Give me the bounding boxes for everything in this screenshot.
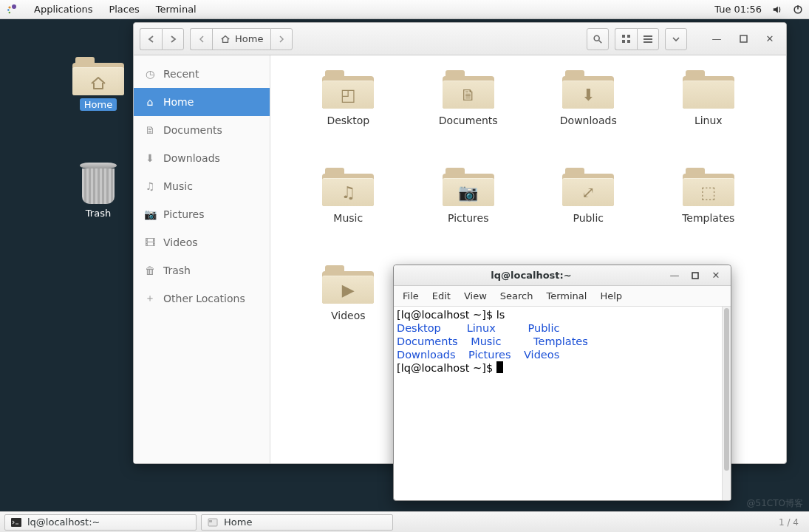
menu-file[interactable]: File: [403, 290, 419, 301]
task-label: Home: [224, 516, 252, 528]
path-bar: Home: [190, 28, 293, 50]
menu-edit[interactable]: Edit: [432, 290, 451, 301]
sidebar-item-trash[interactable]: 🗑Trash: [134, 256, 270, 284]
sidebar-item-music[interactable]: ♫Music: [134, 172, 270, 200]
view-grid-button[interactable]: [615, 28, 637, 50]
sidebar-item-other-locations[interactable]: ＋Other Locations: [134, 284, 270, 313]
document-icon: 🗎: [144, 124, 156, 136]
clock-icon: ◷: [144, 68, 156, 80]
menu-applications[interactable]: Applications: [34, 4, 92, 15]
svg-rect-5: [797, 5, 799, 9]
window-minimize-button[interactable]: —: [706, 29, 727, 50]
sidebar-item-downloads[interactable]: ⬇Downloads: [134, 144, 270, 172]
folder-linux[interactable]: Linux: [649, 69, 769, 166]
top-panel: Applications Places Terminal Tue 01:56: [0, 0, 809, 19]
template-icon: ⬚: [683, 183, 734, 202]
sidebar-item-pictures[interactable]: 📷Pictures: [134, 200, 270, 228]
download-icon: ⬇: [562, 86, 614, 104]
list-icon: [643, 34, 653, 44]
desktop-icon-label: Home: [80, 98, 117, 111]
grid-icon: [621, 34, 632, 44]
window-minimize-button[interactable]: —: [664, 265, 685, 286]
music-icon: ♫: [322, 183, 374, 202]
menu-terminal[interactable]: Terminal: [156, 4, 197, 15]
sidebar-item-label: Videos: [163, 236, 198, 248]
terminal-scrollbar[interactable]: [722, 307, 731, 500]
folder-label: Documents: [409, 115, 529, 126]
gnome-foot-icon: [6, 4, 18, 16]
task-button-terminal[interactable]: lq@localhost:~: [4, 514, 197, 531]
sidebar-item-label: Home: [163, 96, 194, 108]
desktop-icon-trash[interactable]: Trash: [65, 163, 132, 219]
plus-icon: ＋: [144, 292, 156, 305]
sidebar-item-label: Pictures: [163, 208, 204, 220]
sidebar-item-label: Recent: [163, 68, 199, 80]
places-sidebar: ◷Recent ⌂Home 🗎Documents ⬇Downloads ♫Mus…: [134, 55, 270, 463]
menu-search[interactable]: Search: [500, 290, 533, 301]
menu-places[interactable]: Places: [109, 4, 139, 15]
bottom-taskbar: lq@localhost:~ Home 1 / 4: [0, 511, 809, 532]
trash-icon: 🗑: [144, 265, 156, 276]
camera-icon: 📷: [443, 183, 494, 202]
hamburger-menu-button[interactable]: [665, 28, 687, 50]
folder-templates[interactable]: ⬚Templates: [649, 166, 769, 264]
watermark: @51CTO博客: [747, 497, 803, 510]
terminal-cursor: [496, 361, 503, 373]
path-next-button[interactable]: [270, 28, 293, 50]
scrollbar-thumb[interactable]: [724, 308, 729, 471]
svg-rect-13: [644, 41, 652, 43]
folder-music[interactable]: ♫Music: [288, 166, 409, 264]
terminal-titlebar[interactable]: lq@localhost:~ — ✕: [394, 265, 731, 286]
menu-terminal[interactable]: Terminal: [546, 290, 587, 301]
sidebar-item-recent[interactable]: ◷Recent: [134, 60, 270, 88]
music-icon: ♫: [144, 180, 156, 192]
terminal-icon: [11, 517, 21, 528]
folder-documents[interactable]: 🗎Documents: [409, 69, 529, 166]
sidebar-item-home[interactable]: ⌂Home: [134, 88, 270, 116]
document-icon: 🗎: [443, 86, 494, 104]
nav-forward-button[interactable]: [162, 28, 184, 50]
camera-icon: 📷: [144, 208, 156, 220]
path-segment-home[interactable]: Home: [212, 28, 270, 50]
terminal-title: lq@localhost:~: [398, 270, 664, 281]
task-label: lq@localhost:~: [27, 516, 100, 528]
desktop-icon-home[interactable]: Home: [65, 55, 132, 111]
power-icon[interactable]: [793, 4, 803, 15]
nav-back-button[interactable]: [140, 28, 162, 50]
menu-view[interactable]: View: [464, 290, 487, 301]
terminal-menubar: File Edit View Search Terminal Help: [394, 286, 731, 307]
svg-rect-12: [644, 38, 652, 40]
sidebar-item-label: Trash: [163, 265, 191, 276]
svg-rect-11: [644, 35, 652, 37]
window-close-button[interactable]: ✕: [759, 29, 780, 50]
folder-desktop[interactable]: ◰Desktop: [288, 69, 409, 166]
folder-label: Desktop: [288, 115, 409, 126]
volume-icon[interactable]: [772, 4, 782, 15]
window-maximize-button[interactable]: [733, 29, 754, 50]
folder-downloads[interactable]: ⬇Downloads: [528, 69, 649, 166]
folder-pictures[interactable]: 📷Pictures: [409, 166, 529, 264]
svg-rect-16: [11, 518, 21, 527]
folder-videos[interactable]: ▶Videos: [288, 264, 409, 361]
clock[interactable]: Tue 01:56: [714, 4, 762, 15]
sidebar-item-documents[interactable]: 🗎Documents: [134, 116, 270, 144]
svg-rect-10: [627, 40, 630, 43]
sidebar-item-videos[interactable]: 🎞Videos: [134, 228, 270, 256]
home-icon: ⌂: [144, 96, 156, 108]
menu-help[interactable]: Help: [600, 290, 622, 301]
window-close-button[interactable]: ✕: [706, 265, 726, 286]
folder-label: Pictures: [409, 212, 529, 224]
files-icon: [208, 517, 218, 528]
path-prev-button[interactable]: [190, 28, 212, 50]
sidebar-item-label: Music: [163, 180, 193, 192]
folder-label: Templates: [649, 212, 769, 224]
home-icon: [220, 34, 231, 44]
window-maximize-button[interactable]: [685, 265, 706, 286]
view-list-button[interactable]: [637, 28, 659, 50]
workspace-indicator[interactable]: 1 / 4: [779, 517, 805, 528]
terminal-content[interactable]: [lq@localhost ~]$ ls Desktop Linux Publi…: [394, 307, 722, 500]
folder-public[interactable]: ⤢Public: [528, 166, 649, 264]
task-button-files[interactable]: Home: [201, 514, 393, 531]
svg-point-6: [594, 35, 599, 41]
search-button[interactable]: [587, 28, 609, 50]
